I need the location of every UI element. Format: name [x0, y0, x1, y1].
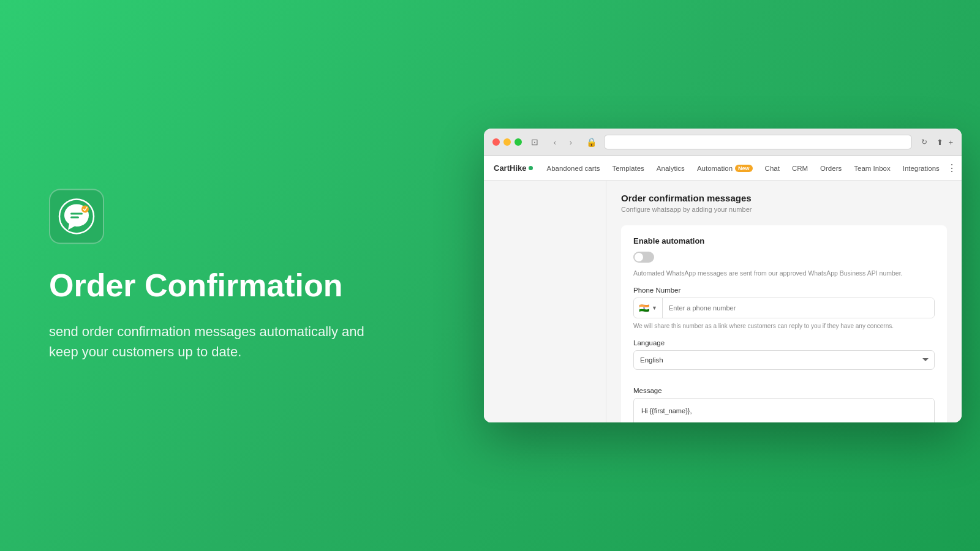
- page-subtitle: send order confirmation messages automat…: [49, 322, 368, 362]
- lock-icon: 🔒: [584, 135, 598, 149]
- svg-rect-1: [70, 212, 83, 214]
- share-icon[interactable]: ⬆: [937, 138, 943, 147]
- message-line-2: [641, 420, 927, 422]
- app-logo: [49, 189, 104, 244]
- message-label: Message: [633, 387, 935, 394]
- left-panel: Order Confirmation send order confirmati…: [49, 189, 368, 362]
- maximize-button[interactable]: [514, 138, 522, 146]
- phone-flag[interactable]: 🇮🇳 ▼: [634, 298, 663, 318]
- nav-crm[interactable]: CRM: [787, 156, 813, 181]
- brand-dot: [529, 166, 533, 170]
- browser-nav: ‹ ›: [548, 135, 578, 149]
- phone-number-label: Phone Number: [633, 287, 935, 294]
- enable-automation-label: Enable automation: [633, 236, 935, 246]
- nav-abandoned-carts[interactable]: Abandoned carts: [541, 156, 605, 181]
- automation-helper-text: Automated WhatsApp messages are sent fro…: [633, 269, 935, 278]
- brand-name: CartHike: [494, 163, 526, 173]
- nav-integrations[interactable]: Integrations: [898, 156, 944, 181]
- refresh-button[interactable]: ↻: [918, 136, 930, 148]
- language-select-wrapper: English Spanish French German Portuguese: [633, 350, 935, 378]
- automation-badge: New: [735, 165, 753, 172]
- svg-rect-2: [70, 216, 79, 218]
- content-sidebar: [484, 181, 606, 422]
- nav-automation[interactable]: Automation New: [692, 156, 758, 181]
- forward-button[interactable]: ›: [564, 135, 578, 149]
- close-button[interactable]: [492, 138, 500, 146]
- language-label: Language: [633, 339, 935, 347]
- automation-toggle[interactable]: [633, 252, 654, 263]
- panel-title: Order confirmation messages: [621, 193, 947, 203]
- panel-subtitle: Configure whatsapp by adding your number: [621, 206, 947, 213]
- toggle-row: [633, 252, 935, 263]
- page-title: Order Confirmation: [49, 268, 368, 303]
- minimize-button[interactable]: [503, 138, 511, 146]
- main-panel: Order confirmation messages Configure wh…: [606, 181, 962, 422]
- app-navigation: CartHike Abandoned carts Templates Analy…: [484, 156, 962, 181]
- address-bar[interactable]: [604, 135, 912, 149]
- nav-team-inbox[interactable]: Team Inbox: [849, 156, 895, 181]
- nav-chat[interactable]: Chat: [760, 156, 785, 181]
- phone-input[interactable]: [663, 298, 934, 318]
- nav-templates[interactable]: Templates: [607, 156, 649, 181]
- svg-point-3: [81, 205, 89, 212]
- form-section: Enable automation Automated WhatsApp mes…: [621, 225, 947, 422]
- phone-input-row: 🇮🇳 ▼: [633, 298, 935, 318]
- flag-emoji: 🇮🇳: [639, 303, 649, 313]
- flag-dropdown-icon: ▼: [652, 305, 657, 311]
- browser-actions: ⬆ +: [937, 138, 953, 147]
- nav-analytics[interactable]: Analytics: [652, 156, 690, 181]
- window-icon[interactable]: ⊡: [528, 135, 541, 149]
- back-button[interactable]: ‹: [548, 135, 562, 149]
- brand-logo: CartHike: [494, 163, 533, 173]
- browser-window: ⊡ ‹ › 🔒 ↻ ⬆ + CartHike Abandoned carts T…: [484, 129, 962, 422]
- message-line-1: Hi {{first_name}},: [641, 406, 927, 417]
- app-content: Order confirmation messages Configure wh…: [484, 181, 962, 422]
- nav-orders[interactable]: Orders: [815, 156, 846, 181]
- phone-helper-text: We will share this number as a link wher…: [633, 322, 935, 331]
- language-select[interactable]: English Spanish French German Portuguese: [633, 350, 935, 370]
- add-tab-icon[interactable]: +: [948, 138, 953, 147]
- browser-chrome: ⊡ ‹ › 🔒 ↻ ⬆ +: [484, 129, 962, 156]
- traffic-lights: [492, 138, 522, 146]
- message-box[interactable]: Hi {{first_name}}, Thank you for your pu…: [633, 398, 935, 422]
- more-options-icon[interactable]: ⋮: [947, 162, 957, 174]
